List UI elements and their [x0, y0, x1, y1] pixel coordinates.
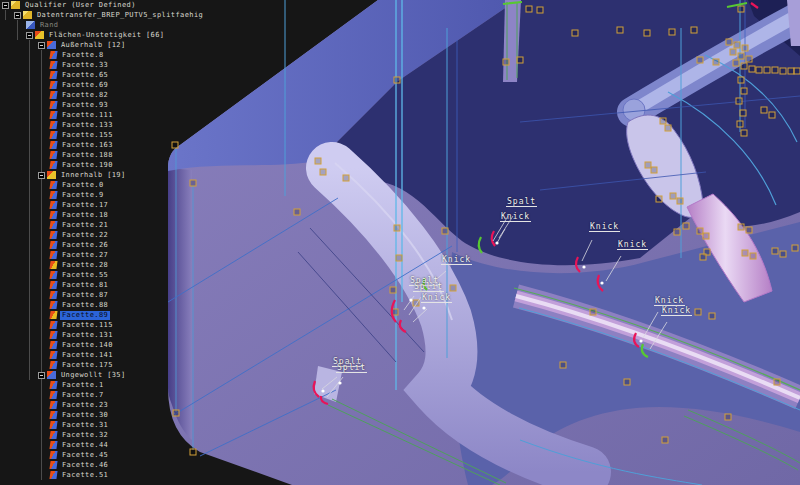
- tree-item[interactable]: Facette.81: [50, 280, 110, 290]
- vertex-marker[interactable]: [780, 68, 786, 74]
- tree-item-label[interactable]: Ungewollt [35]: [59, 371, 128, 380]
- vertex-marker[interactable]: [709, 313, 715, 319]
- tree-item-label[interactable]: Facette.82: [60, 91, 110, 100]
- tree-item[interactable]: Rand: [26, 20, 60, 30]
- vertex-marker[interactable]: [683, 223, 689, 229]
- tree-item[interactable]: Facette.55: [50, 270, 110, 280]
- tree-item-label[interactable]: Rand: [38, 21, 60, 30]
- vertex-marker[interactable]: [746, 56, 752, 62]
- tree-item[interactable]: Facette.44: [50, 440, 110, 450]
- tree-item[interactable]: Facette.7: [50, 390, 106, 400]
- tree-item[interactable]: Facette.1: [50, 380, 106, 390]
- tree-item[interactable]: Facette.141: [50, 350, 115, 360]
- vertex-marker[interactable]: [450, 285, 456, 291]
- annotation-label[interactable]: Split: [413, 282, 444, 292]
- vertex-marker[interactable]: [772, 67, 778, 73]
- tree-item[interactable]: Facette.45: [50, 450, 110, 460]
- tree-item[interactable]: Facette.0: [50, 180, 106, 190]
- tree-item-label[interactable]: Facette.190: [60, 161, 115, 170]
- annotation-label[interactable]: Knick: [617, 240, 648, 250]
- vertex-marker[interactable]: [320, 169, 326, 175]
- tree-item-label[interactable]: Facette.8: [60, 51, 106, 60]
- vertex-marker[interactable]: [725, 414, 731, 420]
- tree-item-label[interactable]: Facette.23: [60, 401, 110, 410]
- tree-item-label[interactable]: Facette.163: [60, 141, 115, 150]
- vertex-marker[interactable]: [780, 251, 786, 257]
- vertex-marker[interactable]: [741, 63, 747, 69]
- tree-item-label[interactable]: Facette.33: [60, 61, 110, 70]
- tree-item-label[interactable]: Facette.0: [60, 181, 106, 190]
- vertex-marker[interactable]: [697, 228, 703, 234]
- tree-item-label[interactable]: Facette.65: [60, 71, 110, 80]
- vertex-marker[interactable]: [741, 130, 747, 136]
- vertex-marker[interactable]: [624, 379, 630, 385]
- vertex-marker[interactable]: [742, 250, 748, 256]
- vertex-marker[interactable]: [749, 66, 755, 72]
- tree-item-label[interactable]: Innerhalb [19]: [59, 171, 128, 180]
- tree-item[interactable]: Datentransfer_BREP_PUTV5_splitfaehig: [14, 10, 205, 20]
- tree-expand-toggle[interactable]: [26, 32, 33, 39]
- vertex-marker[interactable]: [761, 107, 767, 113]
- vertex-marker[interactable]: [794, 68, 800, 74]
- vertex-marker[interactable]: [390, 287, 396, 293]
- tree-item[interactable]: Facette.31: [50, 420, 110, 430]
- vertex-marker[interactable]: [697, 57, 703, 63]
- tree-item[interactable]: Facette.115: [50, 320, 115, 330]
- vertex-marker[interactable]: [726, 39, 732, 45]
- tree-item[interactable]: Facette.22: [50, 230, 110, 240]
- annotation-label[interactable]: Knick: [661, 306, 692, 316]
- vertex-marker[interactable]: [670, 193, 676, 199]
- tree-item-label[interactable]: Facette.69: [60, 81, 110, 90]
- tree-item-label[interactable]: Facette.89: [60, 311, 110, 320]
- vertex-marker[interactable]: [294, 209, 300, 215]
- vertex-marker[interactable]: [660, 118, 666, 124]
- tree-item[interactable]: Facette.9: [50, 190, 106, 200]
- tree-item-label[interactable]: Facette.28: [60, 261, 110, 270]
- tree-item-label[interactable]: Außerhalb [12]: [59, 41, 128, 50]
- vertex-marker[interactable]: [700, 254, 706, 260]
- vertex-marker[interactable]: [343, 175, 349, 181]
- tree-item-label[interactable]: Facette.32: [60, 431, 110, 440]
- vertex-marker[interactable]: [669, 29, 675, 35]
- annotation-label[interactable]: Knick: [500, 212, 531, 222]
- tree-item-label[interactable]: Facette.27: [60, 251, 110, 260]
- tree-item[interactable]: Facette.30: [50, 410, 110, 420]
- vertex-marker[interactable]: [572, 30, 578, 36]
- tree-item-label[interactable]: Facette.111: [60, 111, 115, 120]
- tree-expand-toggle[interactable]: [14, 12, 21, 19]
- tree-expand-toggle[interactable]: [38, 172, 45, 179]
- tree-item[interactable]: Facette.69: [50, 80, 110, 90]
- vertex-marker[interactable]: [792, 245, 798, 251]
- tree-item[interactable]: Facette.46: [50, 460, 110, 470]
- vertex-marker[interactable]: [769, 112, 775, 118]
- tree-item-label[interactable]: Facette.140: [60, 341, 115, 350]
- vertex-marker[interactable]: [734, 42, 740, 48]
- tree-item-label[interactable]: Facette.175: [60, 361, 115, 370]
- tree-item[interactable]: Facette.89: [50, 310, 110, 320]
- tree-item-label[interactable]: Facette.46: [60, 461, 110, 470]
- vertex-marker[interactable]: [396, 255, 402, 261]
- annotation-label[interactable]: Spalt: [506, 197, 537, 207]
- tree-item-label[interactable]: Facette.88: [60, 301, 110, 310]
- tree-item-label[interactable]: Facette.44: [60, 441, 110, 450]
- vertex-marker[interactable]: [503, 59, 509, 65]
- tree-item[interactable]: Qualifier (User Defined): [2, 0, 138, 10]
- tree-item[interactable]: Facette.163: [50, 140, 115, 150]
- tree-item[interactable]: Facette.23: [50, 400, 110, 410]
- tree-item-label[interactable]: Facette.188: [60, 151, 115, 160]
- tree-item[interactable]: Facette.26: [50, 240, 110, 250]
- tree-item-label[interactable]: Facette.93: [60, 101, 110, 110]
- vertex-marker[interactable]: [737, 121, 743, 127]
- tree-item-label[interactable]: Facette.17: [60, 201, 110, 210]
- vertex-marker[interactable]: [644, 30, 650, 36]
- vertex-marker[interactable]: [665, 125, 671, 131]
- tree-item-label[interactable]: Facette.21: [60, 221, 110, 230]
- vertex-marker[interactable]: [537, 7, 543, 13]
- tree-item-label[interactable]: Facette.133: [60, 121, 115, 130]
- vertex-marker[interactable]: [560, 362, 566, 368]
- tree-item-label[interactable]: Facette.141: [60, 351, 115, 360]
- vertex-marker[interactable]: [730, 49, 736, 55]
- vertex-marker[interactable]: [674, 229, 680, 235]
- tree-item-label[interactable]: Flächen-Unstetigkeit [66]: [47, 31, 166, 40]
- tree-item-label[interactable]: Facette.55: [60, 271, 110, 280]
